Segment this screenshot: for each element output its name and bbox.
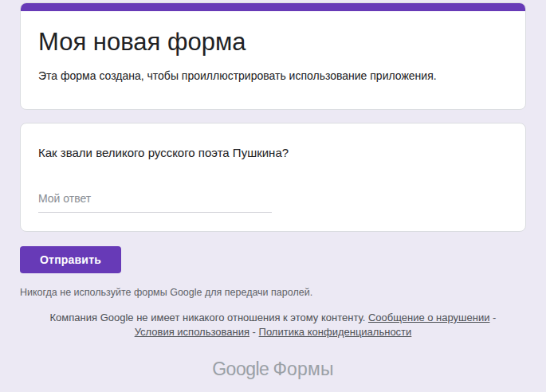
question-label: Как звали великого русского поэта Пушкин… (38, 146, 508, 160)
question-card: Как звали великого русского поэта Пушкин… (20, 123, 526, 232)
theme-accent-bar (21, 3, 525, 11)
terms-of-service-link[interactable]: Условия использования (135, 326, 249, 338)
form-header-body: Моя новая форма Эта форма создана, чтобы… (21, 11, 525, 109)
submit-button[interactable]: Отправить (20, 246, 121, 273)
report-abuse-link[interactable]: Сообщение о нарушении (368, 312, 490, 323)
answer-input[interactable] (38, 190, 272, 213)
form-header-card: Моя новая форма Эта форма создана, чтобы… (20, 2, 526, 110)
footer-legal: Компания Google не имеет никакого отноше… (49, 311, 497, 339)
form-description: Эта форма создана, чтобы проиллюстрирова… (38, 69, 508, 83)
link-separator: - (493, 312, 496, 323)
forms-wordmark: Формы (273, 359, 333, 379)
form-title: Моя новая форма (38, 27, 508, 57)
google-wordmark: Google (212, 359, 269, 379)
google-forms-logo: GoogleФормы (20, 358, 526, 380)
password-warning: Никогда не используйте формы Google для … (20, 287, 526, 299)
privacy-policy-link[interactable]: Политика конфиденциальности (259, 326, 412, 338)
form-page: Моя новая форма Эта форма создана, чтобы… (20, 0, 526, 380)
link-separator: - (253, 326, 256, 338)
disclaimer-text: Компания Google не имеет никакого отноше… (50, 312, 366, 323)
